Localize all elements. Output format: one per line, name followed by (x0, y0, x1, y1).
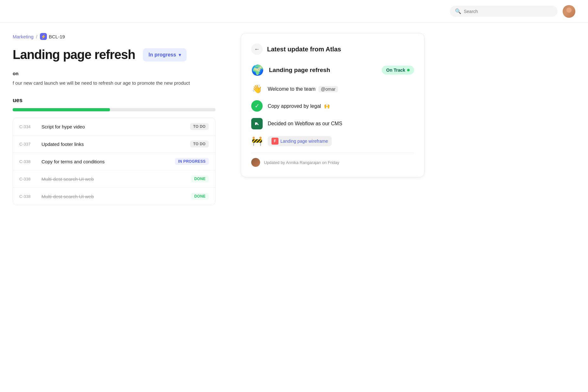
atlas-update-welcome: 👋 Welcome to the team @omar (251, 84, 414, 94)
checkmark-icon: ✓ (251, 100, 263, 112)
figma-icon: F (272, 138, 278, 145)
breadcrumb: Marketing / ⚡ BCL-19 (13, 33, 215, 40)
footer-avatar (251, 158, 260, 167)
issue-title: Multi-dest search UI web (42, 194, 191, 199)
issues-label: ues (13, 97, 215, 104)
wave-icon: 👋 (251, 84, 263, 94)
issue-title: Updated footer links (42, 141, 190, 147)
issue-title: Script for hype video (42, 124, 190, 129)
page-title: Landing page refresh (13, 48, 135, 62)
issue-id: C-334 (19, 124, 42, 129)
issue-status: IN PROGRESS (175, 158, 209, 165)
atlas-project-row: 🌍 Landing page refresh On Track (251, 64, 414, 76)
issue-status: TO DO (190, 123, 209, 130)
atlas-title: Latest update from Atlas (267, 46, 341, 53)
left-panel: Marketing / ⚡ BCL-19 Landing page refres… (0, 23, 228, 392)
breadcrumb-bcl: BCL-19 (49, 34, 65, 39)
atlas-header: ← Latest update from Atlas (251, 43, 414, 55)
section-on-label: on (13, 71, 215, 76)
table-row[interactable]: C-338Multi-dest search UI webDONE (13, 188, 215, 205)
webflow-icon (251, 118, 263, 129)
progress-bar-fill (13, 108, 110, 111)
search-wrapper[interactable]: 🔍 (450, 6, 558, 17)
legal-text: Copy approved by legal 🙌 (268, 103, 414, 109)
table-row[interactable]: C-338Copy for terms and conditionsIN PRO… (13, 153, 215, 170)
figma-link[interactable]: F Landing page wireframe (268, 136, 332, 146)
webflow-text: Decided on Webflow as our CMS (268, 121, 414, 127)
description-text: f our new card launch we will be need to… (13, 79, 215, 87)
issues-table: C-334Script for hype videoTO DOC-337Upda… (13, 118, 215, 205)
issue-id: C-338 (19, 194, 42, 199)
lightning-badge: ⚡ (40, 33, 47, 40)
issue-status: DONE (191, 175, 209, 182)
on-track-badge: On Track (382, 66, 414, 75)
atlas-footer: Updated by Annika Rangarajan on Friday (251, 153, 414, 167)
on-track-dot (407, 69, 410, 71)
atlas-project-name: Landing page refresh (269, 67, 377, 74)
table-row[interactable]: C-338Multi-dest search UI webDONE (13, 170, 215, 188)
breadcrumb-marketing[interactable]: Marketing (13, 34, 34, 39)
footer-updated-text: Updated by Annika Rangarajan on Friday (264, 160, 339, 165)
breadcrumb-id-wrapper: ⚡ BCL-19 (40, 33, 65, 40)
avatar[interactable] (563, 5, 575, 18)
progress-bar-wrapper (13, 108, 215, 111)
status-label: In progress (149, 52, 176, 58)
on-track-label: On Track (386, 68, 405, 73)
right-panel: ← Latest update from Atlas 🌍 Landing pag… (228, 23, 588, 392)
figma-link-label: Landing page wireframe (280, 139, 328, 144)
main-content: Marketing / ⚡ BCL-19 Landing page refres… (0, 0, 588, 392)
description-section: on f our new card launch we will be need… (13, 71, 215, 87)
issue-id: C-337 (19, 142, 42, 147)
atlas-update-legal: ✓ Copy approved by legal 🙌 (251, 100, 414, 112)
issue-id: C-338 (19, 177, 42, 181)
top-bar: 🔍 (0, 0, 588, 23)
search-icon: 🔍 (455, 8, 461, 14)
issue-status: DONE (191, 193, 209, 200)
mention-omar[interactable]: @omar (318, 86, 338, 92)
title-row: Landing page refresh In progress ▾ (13, 48, 215, 62)
welcome-text: Welcome to the team @omar (268, 86, 414, 92)
issue-title: Multi-dest search UI web (42, 176, 191, 182)
issues-section: ues C-334Script for hype videoTO DOC-337… (13, 97, 215, 205)
issue-id: C-338 (19, 159, 42, 164)
issue-title: Copy for terms and conditions (42, 159, 175, 164)
search-input[interactable] (464, 9, 553, 14)
issue-status: TO DO (190, 140, 209, 147)
atlas-update-webflow: Decided on Webflow as our CMS (251, 118, 414, 129)
table-row[interactable]: C-337Updated footer linksTO DO (13, 135, 215, 153)
back-icon: ← (254, 46, 260, 53)
barrier-icon: 🚧 (251, 136, 263, 146)
table-row[interactable]: C-334Script for hype videoTO DO (13, 118, 215, 135)
chevron-down-icon: ▾ (179, 52, 181, 57)
atlas-card: ← Latest update from Atlas 🌍 Landing pag… (241, 33, 425, 177)
project-globe-icon: 🌍 (251, 64, 264, 76)
atlas-update-figma: 🚧 F Landing page wireframe (251, 136, 414, 146)
breadcrumb-sep: / (36, 34, 37, 39)
status-dropdown[interactable]: In progress ▾ (143, 48, 187, 62)
back-button[interactable]: ← (251, 43, 263, 55)
